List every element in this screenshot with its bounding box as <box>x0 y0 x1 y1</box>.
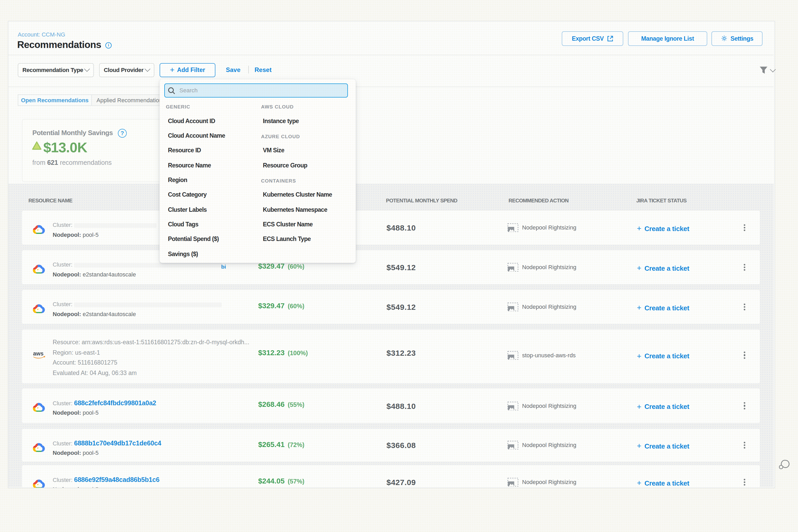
svg-text:aws: aws <box>33 350 43 357</box>
